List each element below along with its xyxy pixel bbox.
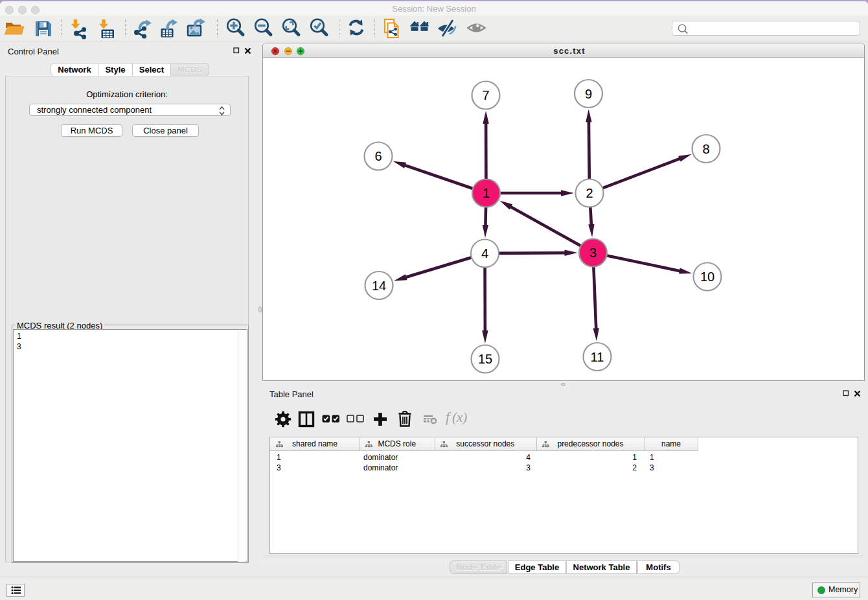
svg-text:3: 3 <box>589 246 597 260</box>
svg-text:6: 6 <box>374 149 382 163</box>
svg-text:7: 7 <box>482 88 489 102</box>
svg-text:2: 2 <box>586 186 593 200</box>
svg-text:14: 14 <box>372 279 386 293</box>
svg-text:8: 8 <box>702 142 709 156</box>
svg-text:1: 1 <box>483 186 490 200</box>
svg-text:4: 4 <box>481 246 488 260</box>
svg-text:11: 11 <box>591 350 604 364</box>
svg-text:9: 9 <box>585 87 592 101</box>
svg-text:15: 15 <box>478 352 492 366</box>
svg-text:10: 10 <box>700 270 714 284</box>
